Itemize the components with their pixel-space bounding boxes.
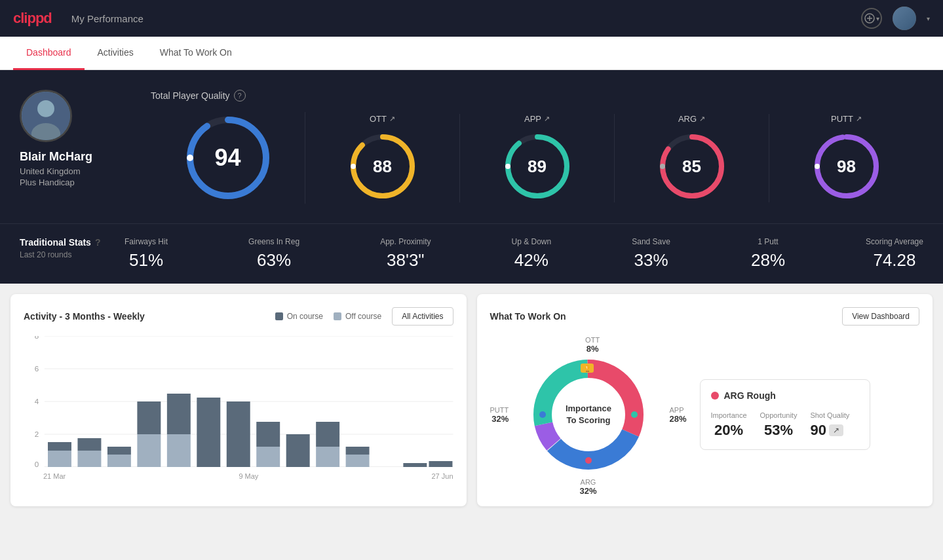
svg-rect-45 [256, 422, 280, 447]
detail-title: ARG Rough [711, 390, 859, 401]
detail-importance: Importance 20% [711, 411, 747, 439]
arg-gauge-value: 85 [682, 156, 701, 176]
main-gauge-value: 94 [214, 144, 241, 172]
tab-activities[interactable]: Activities [85, 37, 147, 70]
svg-rect-47 [316, 447, 339, 467]
gauge-ott: OTT ↗ 88 [305, 114, 460, 202]
gauge-putt-label: PUTT ↗ [831, 114, 862, 124]
svg-rect-42 [197, 398, 220, 467]
donut-label-app: APP 28% [669, 406, 686, 424]
stat-fairways-value: 51% [125, 250, 168, 271]
stat-updown: Up & Down 42% [512, 237, 552, 271]
gauge-main: 94 [151, 112, 305, 204]
gauge-app: APP ↗ 89 [460, 114, 615, 202]
donut-chart-svg: 🏆 Importance To Scoring [523, 349, 654, 480]
app-trend: ↗ [544, 115, 550, 123]
stat-greens: Greens In Reg 63% [248, 237, 299, 271]
donut-label-ott: OTT 8% [585, 336, 600, 354]
svg-rect-43 [227, 401, 250, 467]
stat-greens-value: 63% [248, 250, 299, 271]
main-gauge-circle: 94 [182, 112, 274, 204]
detail-importance-value: 20% [711, 422, 747, 439]
stat-oneputt-value: 28% [751, 250, 785, 271]
stat-proximity-label: App. Proximity [380, 237, 431, 246]
player-country: United Kingdom [20, 166, 81, 176]
svg-point-59 [631, 411, 638, 418]
donut-label-putt: PUTT 32% [490, 406, 509, 424]
svg-rect-38 [137, 434, 161, 467]
tab-what-to-work-on[interactable]: What To Work On [147, 37, 245, 70]
detail-shotquality-value: 90 [810, 422, 826, 439]
ott-gauge-circle: 88 [347, 130, 419, 202]
all-activities-button[interactable]: All Activities [392, 307, 453, 326]
gauge-app-label: APP ↗ [524, 114, 550, 124]
svg-rect-36 [107, 455, 131, 467]
wtwo-header: What To Work On View Dashboard [490, 307, 920, 326]
detail-shot-quality: Shot Quality 90 ↗ [810, 411, 849, 439]
player-avatar [20, 90, 72, 142]
gauge-ott-label: OTT ↗ [370, 114, 395, 124]
player-handicap: Plus Handicap [20, 177, 75, 187]
detail-opportunity-label: Opportunity [760, 411, 798, 419]
stats-label: Traditional Stats ? Last 20 rounds [20, 237, 125, 259]
gauges-container: 94 OTT ↗ 88 [151, 112, 923, 204]
legend-on-course: On course [275, 312, 323, 321]
x-label-2: 9 May [239, 472, 258, 480]
donut-label-arg: ARG 32% [579, 478, 596, 496]
user-avatar-button[interactable] [893, 7, 916, 30]
tabs-nav: Dashboard Activities What To Work On [0, 37, 943, 70]
activity-chart-title: Activity - 3 Months - Weekly [24, 311, 145, 322]
avatar-chevron: ▾ [927, 15, 930, 22]
svg-rect-48 [316, 422, 339, 447]
stat-proximity-value: 38'3" [380, 250, 431, 271]
stat-updown-label: Up & Down [512, 237, 552, 246]
svg-rect-35 [77, 438, 101, 451]
svg-text:🏆: 🏆 [583, 365, 591, 373]
x-label-3: 27 Jun [431, 472, 453, 480]
add-button[interactable]: ▾ [861, 8, 882, 29]
detail-metrics: Importance 20% Opportunity 53% Shot Qual… [711, 411, 859, 439]
stats-title: Traditional Stats ? [20, 237, 125, 248]
tab-dashboard[interactable]: Dashboard [13, 37, 85, 70]
detail-opportunity-value: 53% [760, 422, 798, 439]
svg-rect-34 [77, 451, 101, 467]
gauge-putt: PUTT ↗ 98 [769, 114, 923, 202]
player-name: Blair McHarg [20, 150, 92, 164]
svg-rect-37 [107, 447, 131, 455]
svg-rect-44 [256, 447, 280, 467]
arg-gauge-circle: 85 [656, 130, 728, 202]
wtwo-content: OTT 8% APP 28% ARG 32% PUTT 32% [490, 336, 920, 493]
player-info: Blair McHarg United Kingdom Plus Handica… [20, 90, 151, 187]
stats-help-icon[interactable]: ? [95, 237, 101, 248]
logo: clippd [13, 10, 52, 27]
stat-scoring: Scoring Average 74.28 [866, 237, 923, 271]
ott-trend: ↗ [389, 115, 395, 123]
chart-legend: On course Off course [275, 312, 382, 321]
activity-chart-svg: 8 6 4 2 0 [24, 336, 453, 467]
quality-help-icon[interactable]: ? [234, 90, 246, 102]
stat-sandsave-label: Sand Save [632, 237, 670, 246]
putt-gauge-circle: 98 [811, 130, 883, 202]
x-label-1: 21 Mar [43, 472, 66, 480]
svg-text:8: 8 [35, 336, 39, 340]
svg-text:4: 4 [35, 398, 39, 405]
stat-greens-label: Greens In Reg [248, 237, 299, 246]
svg-rect-51 [403, 463, 427, 467]
wtwo-title: What To Work On [490, 311, 566, 322]
stats-items: Fairways Hit 51% Greens In Reg 63% App. … [125, 237, 923, 271]
svg-point-4 [37, 100, 54, 117]
quality-section: Total Player Quality ? 94 [151, 90, 923, 204]
svg-rect-39 [137, 401, 161, 434]
header: clippd My Performance ▾ ▾ [0, 0, 943, 37]
svg-point-60 [585, 457, 592, 464]
activity-card-header: Activity - 3 Months - Weekly On course O… [24, 307, 453, 326]
view-dashboard-button[interactable]: View Dashboard [842, 307, 919, 326]
putt-trend: ↗ [856, 115, 862, 123]
detail-dot [711, 392, 719, 400]
stat-proximity: App. Proximity 38'3" [380, 237, 431, 271]
gauge-arg-label: ARG ↗ [678, 114, 705, 124]
svg-text:To Scoring: To Scoring [566, 415, 610, 425]
stat-oneputt-label: 1 Putt [751, 237, 785, 246]
stat-sandsave: Sand Save 33% [632, 237, 670, 271]
detail-importance-label: Importance [711, 411, 747, 419]
